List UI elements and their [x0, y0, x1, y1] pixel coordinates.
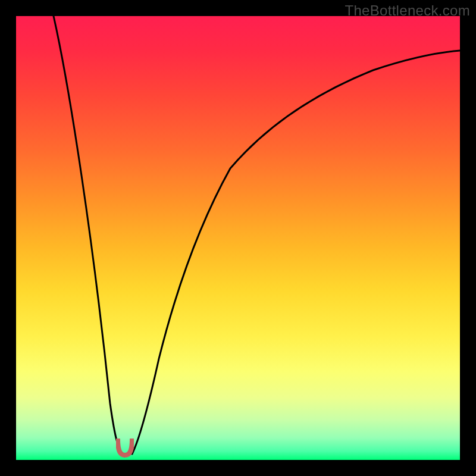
plot-area — [16, 16, 460, 460]
bottleneck-curve — [16, 16, 460, 460]
chart-frame: TheBottleneck.com — [0, 0, 476, 476]
